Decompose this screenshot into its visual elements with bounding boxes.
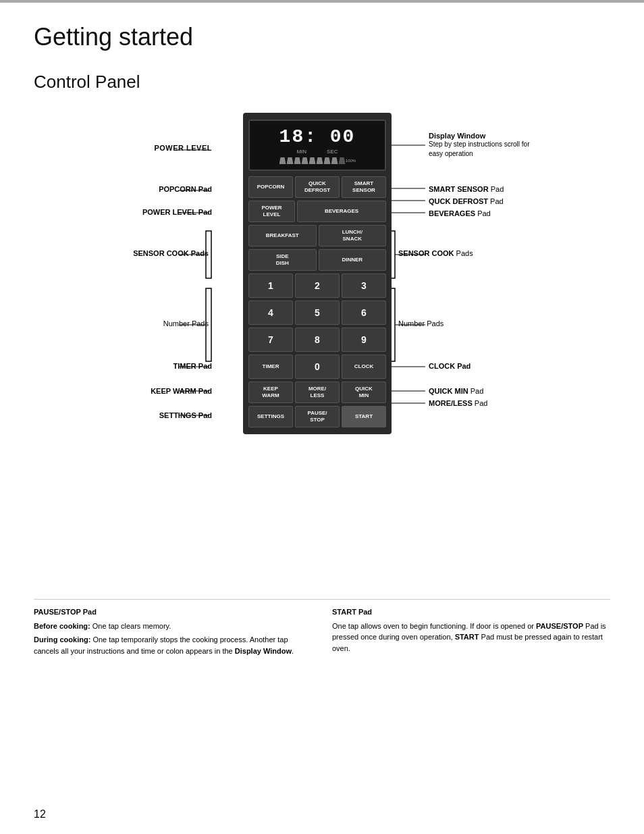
display-window: 18: 00 MIN SEC 100% (248, 120, 386, 171)
row-settings: SETTINGS PAUSE/STOP START (248, 406, 386, 427)
btn-smart-sensor[interactable]: SMARTSENSOR (342, 176, 386, 198)
keep-warm-pad-label: KEEP WARM Pad (151, 387, 212, 395)
btn-3[interactable]: 3 (342, 273, 386, 298)
row-breakfast: BREAKFAST LUNCH/SNACK (248, 225, 386, 246)
sec-label: SEC (327, 149, 338, 155)
more-less-label: MORE/LESS Pad (429, 399, 487, 407)
btn-4[interactable]: 4 (248, 301, 293, 325)
label-power-level-pad: POWER LEVEL Pad (34, 205, 212, 217)
display-window-desc: Step by step instructions scroll foreasy… (429, 140, 530, 159)
btn-quick-min[interactable]: QUICKMIN (342, 382, 386, 403)
pause-stop-title: PAUSE/STOP Pad (34, 608, 97, 616)
row-456: 4 5 6 (248, 301, 386, 325)
start-desc: One tap allows oven to begin functioning… (332, 621, 610, 654)
label-timer-pad: TIMER Pad (34, 359, 212, 371)
row-side-dish: SIDEDISH DINNER (248, 249, 386, 271)
row-timer: TIMER 0 CLOCK (248, 355, 386, 379)
timer-pad-label: TIMER Pad (173, 362, 212, 370)
display-time: 18: 00 (254, 126, 381, 147)
label-quick-defrost: QUCK DEFROST Pad (429, 194, 504, 207)
label-more-less: MORE/LESS Pad (429, 396, 487, 409)
display-window-bold: Display Window (235, 647, 292, 655)
btn-power-level[interactable]: POWERLEVEL (248, 201, 295, 222)
btn-popcorn[interactable]: POPCORN (248, 176, 293, 198)
section-title: Control Panel (34, 72, 610, 93)
power-bar: 100% (254, 157, 381, 164)
btn-7[interactable]: 7 (248, 328, 293, 352)
btn-1[interactable]: 1 (248, 273, 293, 298)
row-789: 7 8 9 (248, 328, 386, 352)
during-cooking-bold: During cooking: (34, 635, 90, 644)
start-text-1: One tap allows oven to begin functioning… (332, 622, 536, 630)
sensor-cook-right-label: SENSOR COOK Pads (398, 249, 473, 257)
label-popcorn-pad: POPCORN Pad (34, 182, 212, 194)
label-display-window: Display Window Step by step instructions… (429, 132, 530, 159)
start-note: START Pad One tap allows oven to begin f… (332, 606, 610, 659)
btn-dinner[interactable]: DINNER (319, 249, 387, 271)
btn-start[interactable]: START (342, 406, 386, 427)
btn-0[interactable]: 0 (295, 355, 340, 379)
display-window-title: Display Window (429, 132, 530, 140)
quick-min-label: QUICK MIN Pad (429, 387, 483, 395)
before-cooking-text: One tap clears memory. (92, 622, 171, 630)
page-number: 12 (34, 808, 46, 820)
btn-more-less[interactable]: MORE/LESS (295, 382, 340, 403)
btn-pause-stop[interactable]: PAUSE/STOP (295, 406, 340, 427)
period: . (292, 647, 294, 655)
settings-pad-label: SETTINGS Pad (159, 411, 212, 419)
pause-stop-note: PAUSE/STOP Pad Before cooking: One tap c… (34, 606, 312, 659)
page-title: Getting started (34, 23, 610, 51)
power-level-label-text: POWER LEVEL (154, 144, 212, 152)
btn-settings[interactable]: SETTINGS (248, 406, 293, 427)
quick-defrost-label: QUCK DEFROST Pad (429, 197, 504, 205)
power-seg-4 (302, 157, 308, 164)
power-seg-6 (317, 157, 323, 164)
btn-8[interactable]: 8 (295, 328, 340, 352)
btn-timer[interactable]: TIMER (248, 355, 293, 379)
power-seg-2 (287, 157, 294, 164)
power-seg-9 (339, 157, 346, 164)
power-seg-3 (294, 157, 301, 164)
row-power-level: POWERLEVEL BEVERAGES (248, 201, 386, 222)
bottom-notes: PAUSE/STOP Pad Before cooking: One tap c… (34, 599, 610, 659)
min-label: MIN (296, 149, 306, 155)
before-cooking-bold: Before cooking: (34, 622, 90, 630)
display-labels: MIN SEC (254, 149, 381, 155)
label-sensor-cook-left: SENSOR COOK Pads (34, 246, 209, 259)
number-pads-right-label: Number Pads (398, 319, 444, 328)
btn-quick-defrost[interactable]: QUICKDEFROST (295, 176, 340, 198)
btn-2[interactable]: 2 (295, 273, 340, 298)
smart-sensor-label: SMART SENSOR Pad (429, 185, 504, 193)
btn-clock[interactable]: CLOCK (342, 355, 386, 379)
diagram-area: 18: 00 MIN SEC 100% (34, 113, 610, 585)
popcorn-pad-label: POPCORN Pad (159, 185, 212, 193)
btn-side-dish[interactable]: SIDEDISH (248, 249, 317, 271)
label-quick-min: QUICK MIN Pad (429, 384, 483, 396)
btn-9[interactable]: 9 (342, 328, 386, 352)
btn-keep-warm[interactable]: KEEPWARM (248, 382, 293, 403)
label-power-level: POWER LEVEL (34, 141, 212, 153)
beverages-label: BEVERAGES Pad (429, 209, 491, 217)
start-title: START Pad (332, 608, 372, 616)
label-number-pads-right: Number Pads (398, 317, 444, 329)
label-settings-pad: SETTINGS Pad (34, 409, 212, 421)
label-sensor-cook-right: SENSOR COOK Pads (398, 246, 473, 259)
btn-5[interactable]: 5 (295, 301, 340, 325)
sensor-cook-left-label: SENSOR COOK Pads (133, 249, 209, 257)
clock-pad-label: CLOCK Pad (429, 362, 471, 370)
label-clock-pad: CLOCK Pad (429, 359, 471, 371)
power-seg-1 (279, 157, 286, 164)
row-123: 1 2 3 (248, 273, 386, 298)
power-seg-7 (324, 157, 331, 164)
btn-beverages[interactable]: BEVERAGES (297, 201, 386, 222)
pause-stop-during: During cooking: One tap temporarily stop… (34, 634, 312, 656)
label-smart-sensor: SMART SENSOR Pad (429, 182, 504, 194)
btn-lunch-snack[interactable]: LUNCH/SNACK (319, 225, 387, 246)
row-popcorn: POPCORN QUICKDEFROST SMARTSENSOR (248, 176, 386, 198)
power-seg-8 (331, 157, 338, 164)
number-pads-left-label: Number Pads (163, 319, 209, 328)
power-level-pad-label: POWER LEVEL Pad (142, 208, 212, 216)
row-keep-warm: KEEPWARM MORE/LESS QUICKMIN (248, 382, 386, 403)
btn-6[interactable]: 6 (342, 301, 386, 325)
btn-breakfast[interactable]: BREAKFAST (248, 225, 317, 246)
